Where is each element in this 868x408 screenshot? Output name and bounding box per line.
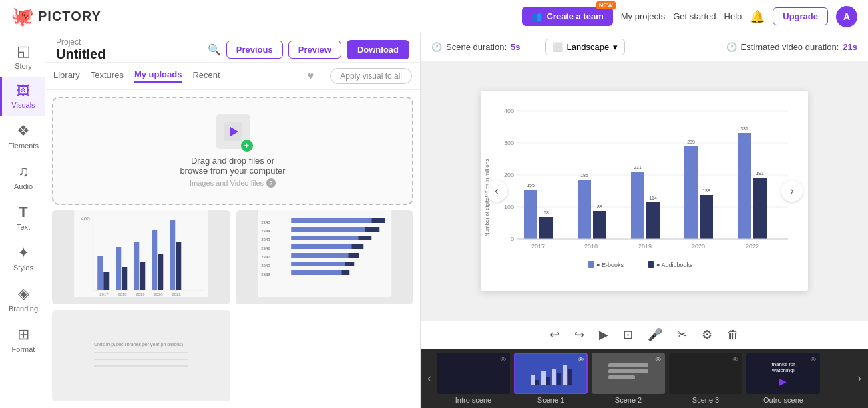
sidebar-item-audio[interactable]: ♫ Audio	[0, 156, 45, 197]
canvas-toolbar: ↩ ↪ ▶ ⊡ 🎤 ✂ ⚙ 🗑	[421, 320, 868, 349]
upgrade-button[interactable]: Upgrade	[773, 7, 828, 25]
audio-icon: ♫	[18, 163, 29, 180]
my-projects-link[interactable]: My projects	[621, 11, 665, 21]
svg-rect-97	[568, 369, 572, 385]
redo-button[interactable]: ↪	[570, 325, 588, 345]
help-icon[interactable]: ?	[266, 178, 276, 188]
svg-text:2019: 2019	[136, 292, 145, 296]
svg-text:2340: 2340	[261, 264, 270, 268]
sidebar-item-format[interactable]: ⊞ Format	[0, 319, 45, 360]
thumbnail-item[interactable]: Units in public libraries per year (in b…	[52, 310, 230, 401]
upload-icon-wrap: +	[216, 114, 250, 149]
svg-rect-42	[341, 270, 349, 275]
visibility-icon-scene3: 👁	[732, 356, 739, 363]
scene-thumb-3: 👁	[669, 353, 742, 394]
svg-rect-73	[700, 195, 713, 239]
svg-text:● Audiobooks: ● Audiobooks	[656, 262, 693, 268]
svg-rect-15	[176, 242, 181, 290]
filmstrip-next-arrow[interactable]: ›	[857, 371, 861, 385]
thumbnails-grid: 400	[45, 210, 420, 408]
header-top-row: Project Untitled 🔍 Previous Preview Down…	[56, 37, 409, 62]
bell-icon[interactable]: 🔔	[750, 9, 765, 24]
svg-rect-41	[291, 270, 341, 275]
help-link[interactable]: Help	[724, 11, 742, 21]
mic-button[interactable]: 🎤	[644, 325, 666, 345]
filmstrip-prev-arrow[interactable]: ‹	[427, 371, 431, 385]
svg-rect-7	[103, 272, 109, 290]
svg-rect-6	[97, 256, 103, 290]
scissors-button[interactable]: ✂	[673, 325, 691, 345]
apply-visual-button[interactable]: Apply visual to all	[330, 68, 412, 84]
canvas-previous-arrow[interactable]: ‹	[486, 180, 507, 202]
previous-button[interactable]: Previous	[226, 41, 283, 59]
favorites-icon[interactable]: ♥	[308, 70, 314, 82]
create-team-button[interactable]: 👥 Create a team NEW	[522, 7, 612, 26]
thumbnail-item[interactable]: 400	[52, 210, 230, 304]
sidebar-item-story[interactable]: ◱ Story	[0, 36, 45, 77]
play-button[interactable]: ▶	[595, 325, 612, 345]
sidebar-item-styles[interactable]: ✦ Styles	[0, 238, 45, 278]
scene-item-intro[interactable]: 👁 Intro scene	[437, 353, 510, 404]
tab-recent[interactable]: Recent	[192, 70, 220, 82]
delete-button[interactable]: 🗑	[723, 325, 743, 345]
subtitle-button[interactable]: ⊡	[619, 325, 637, 345]
tab-textures[interactable]: Textures	[91, 70, 124, 82]
svg-text:191: 191	[756, 171, 764, 176]
svg-rect-98	[608, 363, 648, 367]
svg-text:211: 211	[634, 165, 642, 170]
sidebar-item-branding[interactable]: ◈ Branding	[0, 278, 45, 319]
outro-text: thanks forwatching!	[769, 360, 797, 375]
svg-text:185: 185	[580, 173, 588, 178]
project-info: Project Untitled	[56, 37, 105, 62]
filmstrip-scenes: 👁 Intro scene 👁	[437, 353, 852, 404]
landscape-selector[interactable]: ⬜ Landscape ▾	[545, 39, 626, 55]
svg-text:155: 155	[527, 183, 535, 188]
tab-library[interactable]: Library	[53, 70, 80, 82]
visuals-icon: 🖼	[17, 83, 30, 99]
sidebar-item-visuals[interactable]: 🖼 Visuals	[0, 77, 45, 116]
get-started-link[interactable]: Get started	[673, 11, 716, 21]
svg-rect-27	[365, 227, 379, 232]
svg-text:2342: 2342	[261, 246, 270, 250]
canvas-next-arrow[interactable]: ›	[781, 180, 803, 202]
scene-item-outro[interactable]: 👁 thanks forwatching! ▶ Outro scene	[746, 353, 820, 404]
scene-thumb-outro: 👁 thanks forwatching! ▶	[746, 353, 820, 394]
svg-rect-100	[608, 375, 635, 379]
visuals-panel: Library Textures My uploads Recent ♥ App…	[45, 63, 420, 408]
visibility-icon-scene1: 👁	[578, 356, 584, 363]
svg-rect-94	[552, 369, 556, 385]
logo-text: PICTORY	[38, 9, 101, 24]
elements-icon: ❖	[17, 122, 30, 140]
undo-button[interactable]: ↩	[546, 325, 564, 345]
svg-text:2020: 2020	[154, 292, 163, 296]
scene-item-2[interactable]: 👁 Scene 2	[592, 353, 665, 404]
avatar[interactable]: A	[836, 6, 857, 27]
chart-thumbnail-2: 2345 2344 2343 2342 2341	[236, 210, 414, 297]
thumbnail-item[interactable]: 2345 2344 2343 2342 2341	[236, 210, 414, 304]
svg-rect-30	[358, 236, 371, 240]
scene-item-1[interactable]: 👁 Scene 1	[514, 353, 588, 404]
download-button[interactable]: Download	[347, 40, 409, 59]
sidebar-item-elements[interactable]: ❖ Elements	[0, 116, 45, 156]
scene-label-2: Scene 2	[615, 396, 642, 404]
upload-area[interactable]: + Drag and drop files or browse from you…	[52, 97, 413, 205]
svg-text:138: 138	[702, 188, 710, 193]
settings-button[interactable]: ⚙	[698, 325, 716, 345]
svg-rect-9	[122, 267, 127, 290]
svg-text:0: 0	[511, 236, 514, 242]
chevron-down-icon: ▾	[613, 42, 618, 52]
preview-button[interactable]: Preview	[288, 41, 341, 59]
scene-item-3[interactable]: 👁 Scene 3	[669, 353, 742, 404]
svg-text:400: 400	[504, 108, 514, 114]
svg-text:200: 200	[504, 172, 514, 178]
scene-label-1: Scene 1	[537, 396, 564, 404]
svg-text:331: 331	[740, 126, 748, 131]
search-button[interactable]: 🔍	[208, 43, 221, 56]
svg-rect-90	[531, 375, 535, 385]
svg-rect-39	[345, 262, 354, 266]
sidebar-item-text[interactable]: T Text	[0, 197, 45, 238]
play-circle-icon: ▶	[779, 376, 787, 387]
tab-my-uploads[interactable]: My uploads	[134, 69, 182, 83]
svg-rect-72	[684, 146, 698, 239]
svg-rect-61	[539, 217, 553, 239]
